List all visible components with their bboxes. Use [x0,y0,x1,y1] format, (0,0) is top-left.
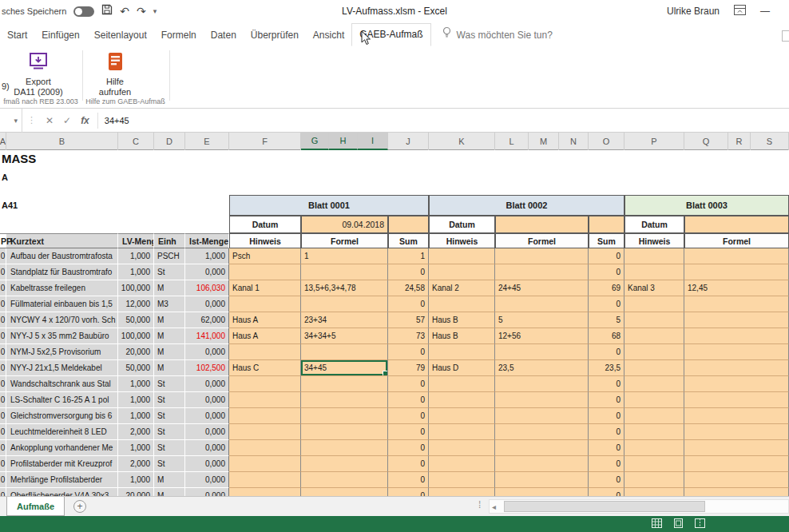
column-title-cell[interactable]: Sum [388,233,429,248]
tell-me-box[interactable]: Was möchten Sie tun? [442,25,553,46]
page-break-view-icon[interactable] [695,518,705,528]
share-icon[interactable] [782,30,789,42]
cell[interactable] [495,472,589,488]
cell[interactable] [495,488,589,496]
cell[interactable]: 0 [388,296,429,312]
cell[interactable]: M [154,312,185,328]
cell[interactable] [301,440,388,456]
minimize-button[interactable]: — [760,6,770,17]
cell[interactable]: 0 [0,456,6,472]
enter-icon[interactable]: ✓ [58,115,76,126]
cell[interactable] [684,296,789,312]
cell[interactable]: 0 [388,424,429,440]
cell[interactable]: 0 [0,424,6,440]
cell[interactable]: 0,000 [185,376,229,392]
cell[interactable]: 100,000 [118,328,154,344]
cell[interactable]: Mehrlänge Profilstaberder [6,472,118,488]
cell[interactable]: 1,000 [118,376,154,392]
sheet-top-rows[interactable]: MASS A [0,150,789,195]
cell[interactable]: Ankopplung vorhandener Me [6,440,118,456]
cell[interactable]: 5 [495,312,589,328]
cell[interactable] [229,424,301,440]
cell[interactable]: 24+45 [495,280,589,296]
cell[interactable]: 0 [589,344,624,360]
column-header-i[interactable]: I [358,133,388,150]
cell[interactable]: Haus B [429,328,495,344]
cell[interactable] [624,408,684,424]
cell[interactable] [624,296,684,312]
datum-value-cell[interactable] [495,216,589,233]
cell[interactable] [301,264,388,280]
cell[interactable]: 0 [388,392,429,408]
cell[interactable]: 0,000 [185,408,229,424]
cell[interactable]: M [154,360,185,376]
column-header-m[interactable]: M [529,133,559,150]
cell[interactable] [495,456,589,472]
qat-customize-icon[interactable]: ▾ [153,0,157,22]
cell[interactable] [229,376,301,392]
blatt-header[interactable]: Blatt 0001 [229,195,429,216]
column-header-s[interactable]: S [751,133,789,150]
cell[interactable]: 0,000 [185,456,229,472]
cell[interactable]: 23,5 [495,360,589,376]
cell[interactable]: St [154,440,185,456]
cell[interactable] [684,376,789,392]
cell[interactable]: NYY-J 5 x 35 mm2 Baubüro [6,328,118,344]
cancel-icon[interactable]: ✕ [41,115,58,126]
cell[interactable]: 0 [589,456,624,472]
cell[interactable] [495,296,589,312]
cell[interactable] [229,488,301,496]
column-header-q[interactable]: Q [684,133,728,150]
cell[interactable] [301,456,388,472]
cell[interactable]: 0 [589,296,624,312]
insert-function-icon[interactable]: fx [76,115,94,126]
cell[interactable] [624,328,684,344]
cell[interactable]: 0 [589,264,624,280]
cell[interactable] [429,264,495,280]
cell[interactable]: Haus B [429,312,495,328]
cell[interactable] [624,376,684,392]
cell[interactable]: 0,000 [185,296,229,312]
cell[interactable]: 1,000 [118,472,154,488]
column-header-c[interactable]: C [118,133,154,150]
cell[interactable]: LS-Schalter C 16-25 A 1 pol [6,392,118,408]
cell[interactable]: 0 [0,440,6,456]
cell[interactable] [684,408,789,424]
cell[interactable] [624,472,684,488]
cell[interactable]: 12,000 [118,296,154,312]
cell[interactable]: 0 [589,392,624,408]
cell[interactable]: 5 [589,312,624,328]
column-header-o[interactable]: O [589,133,624,150]
cell[interactable]: 1 [301,248,388,264]
cell[interactable]: Füllmaterial einbauen bis 1,5 [6,296,118,312]
cell[interactable] [229,440,301,456]
cell[interactable] [495,376,589,392]
column-header-b[interactable]: B [6,133,118,150]
cell[interactable]: 34+34+5 [301,328,388,344]
cell[interactable]: St [154,456,185,472]
cell[interactable]: NYM-J 5x2,5 Provisorium [6,344,118,360]
cell[interactable]: 0 [589,376,624,392]
cell[interactable]: PSCH [154,248,185,264]
cell[interactable] [495,424,589,440]
column-title-cell[interactable]: Hinweis [229,233,301,248]
cell[interactable] [684,344,789,360]
cell[interactable]: St [154,264,185,280]
cell[interactable]: 0 [0,392,6,408]
cell[interactable]: Haus A [229,328,301,344]
cell[interactable] [429,408,495,424]
cell[interactable] [495,392,589,408]
cell[interactable] [684,264,789,280]
datum-label-cell[interactable]: Datum [229,216,301,233]
cell[interactable]: Haus A [229,312,301,328]
cell[interactable]: 0 [0,376,6,392]
cell[interactable]: 62,000 [185,312,229,328]
cell[interactable] [624,456,684,472]
cell[interactable]: 57 [388,312,429,328]
cell[interactable] [684,424,789,440]
cell[interactable]: 0 [589,248,624,264]
cell[interactable]: Kanal 2 [429,280,495,296]
cell[interactable]: 0 [388,344,429,360]
cell[interactable]: M [154,344,185,360]
column-header-r[interactable]: R [728,133,751,150]
